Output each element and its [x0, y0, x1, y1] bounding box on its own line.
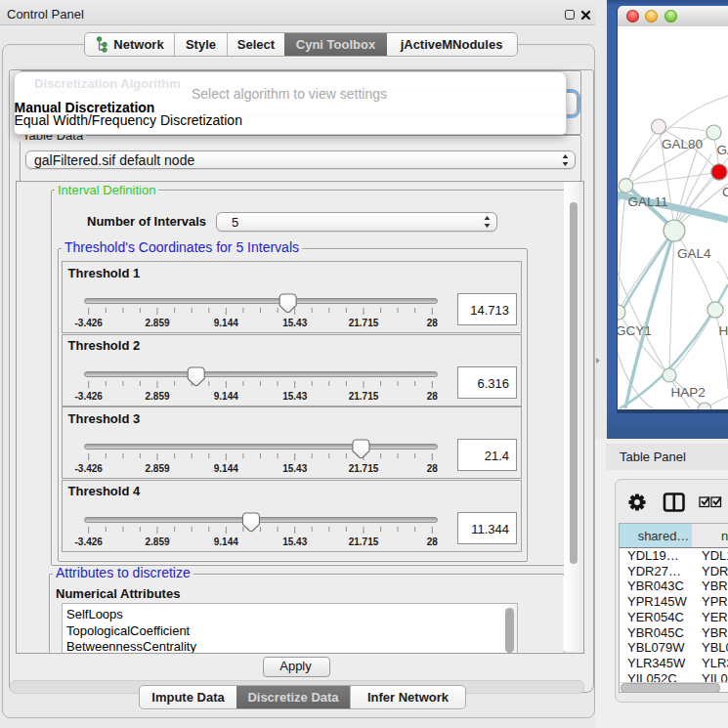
svg-text:15.43: 15.43 [282, 318, 307, 328]
svg-text:15.43: 15.43 [282, 391, 307, 402]
svg-text:21.715: 21.715 [349, 536, 379, 547]
svg-text:9.144: 9.144 [214, 463, 238, 474]
svg-text:2.859: 2.859 [145, 536, 169, 547]
svg-text:15.43: 15.43 [282, 463, 307, 474]
svg-text:H: H [719, 323, 728, 338]
svg-text:GAL11: GAL11 [628, 194, 668, 209]
svg-text:28: 28 [427, 318, 439, 328]
svg-text:GAL4: GAL4 [677, 246, 711, 261]
svg-text:9.144: 9.144 [214, 318, 238, 328]
svg-text:-3.426: -3.426 [75, 536, 104, 547]
svg-text:-3.426: -3.426 [75, 318, 104, 328]
svg-text:GCY1: GCY1 [618, 323, 652, 338]
svg-text:21.715: 21.715 [349, 463, 379, 474]
svg-text:-3.426: -3.426 [75, 391, 104, 402]
svg-text:GAL80: GAL80 [662, 137, 703, 151]
svg-text:GA: GA [717, 143, 728, 157]
svg-text:21.715: 21.715 [349, 318, 379, 328]
svg-text:28: 28 [427, 463, 439, 474]
svg-text:15.43: 15.43 [282, 536, 307, 547]
svg-text:2.859: 2.859 [145, 463, 169, 474]
svg-text:9.144: 9.144 [214, 391, 238, 402]
svg-text:2.859: 2.859 [145, 391, 169, 402]
svg-text:9.144: 9.144 [214, 536, 238, 547]
svg-text:28: 28 [427, 391, 439, 402]
svg-text:C: C [722, 185, 728, 199]
svg-text:28: 28 [427, 536, 439, 547]
svg-text:2.859: 2.859 [145, 318, 169, 328]
svg-text:HAP2: HAP2 [671, 385, 706, 400]
svg-text:-3.426: -3.426 [75, 463, 104, 474]
svg-text:21.715: 21.715 [349, 391, 379, 402]
